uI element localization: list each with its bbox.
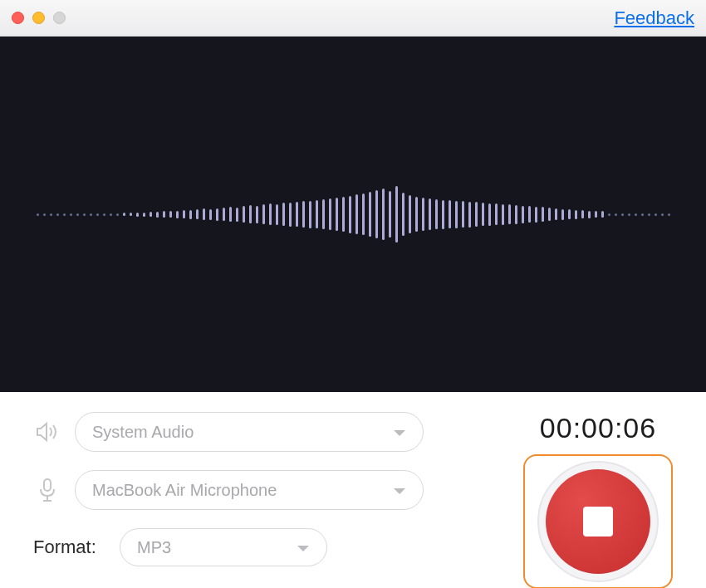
waveform-bar [349, 196, 351, 233]
waveform-bar [522, 206, 524, 223]
waveform-bar [37, 213, 39, 216]
mic-source-row: MacBook Air Microphone [33, 470, 498, 510]
waveform-bar [63, 213, 66, 216]
chevron-down-icon [297, 538, 310, 557]
waveform-bar [455, 201, 458, 228]
waveform-bar [116, 213, 119, 216]
waveform-bar [595, 211, 597, 218]
waveform-bar [309, 201, 311, 228]
waveform-bar [96, 213, 99, 216]
mic-source-value: MacBook Air Microphone [92, 481, 277, 500]
waveform-bar [528, 206, 531, 223]
waveform-bar [70, 213, 72, 216]
waveform-bar [256, 206, 258, 223]
record-button-frame [523, 454, 673, 588]
waveform-bar [409, 195, 411, 233]
waveform-bar [555, 208, 557, 220]
stop-recording-button[interactable] [546, 469, 650, 574]
waveform-bar [302, 201, 305, 228]
waveform-bar [535, 207, 537, 223]
waveform-bar [661, 213, 664, 216]
waveform-bar [296, 202, 298, 227]
waveform-bar [90, 213, 92, 216]
waveform-bar [548, 208, 551, 221]
waveform-bar [542, 207, 544, 222]
waveform-bar [628, 213, 630, 216]
waveform-bar [243, 206, 245, 223]
waveform-bar [488, 203, 491, 226]
recording-timer: 00:00:06 [540, 412, 656, 444]
format-dropdown[interactable]: MP3 [120, 528, 327, 566]
waveform-bar [502, 204, 504, 225]
waveform-bar [103, 213, 105, 216]
waveform-bar [316, 200, 318, 228]
minimize-window-button[interactable] [32, 12, 45, 24]
waveform-bar [322, 199, 325, 229]
waveform-bar [375, 190, 378, 238]
waveform-bar [608, 213, 610, 216]
format-row: Format: MP3 [33, 528, 498, 566]
controls-panel: System Audio MacBook Air Microphone [0, 392, 706, 588]
waveform-bar [621, 213, 624, 216]
waveform-bar [615, 213, 617, 216]
waveform-bar [262, 204, 265, 224]
waveform-bar [329, 198, 331, 230]
waveform-bar [156, 212, 159, 218]
waveform-bar [150, 212, 152, 217]
waveform-bar [655, 213, 657, 216]
waveform-bar [83, 213, 86, 216]
waveform-bar [50, 213, 52, 216]
waveform-bar [236, 208, 238, 222]
stop-icon [583, 507, 613, 537]
waveform-bar [189, 210, 192, 219]
waveform-bar [176, 211, 179, 218]
waveform-bar [342, 197, 345, 232]
waveform-bar [449, 200, 451, 228]
waveform-bar [641, 213, 644, 216]
waveform-bar [429, 198, 431, 230]
waveform-bar [575, 210, 577, 219]
waveform-bar [229, 207, 232, 222]
waveform-bar [561, 209, 564, 220]
waveform-bar [249, 205, 252, 223]
waveform-bar [163, 211, 165, 218]
waveform-bar [515, 205, 517, 224]
waveform-bar [282, 203, 285, 226]
waveform-display [0, 37, 706, 392]
recording-controls: 00:00:06 [523, 412, 673, 588]
waveform-bar [635, 213, 637, 216]
waveform-bar [196, 209, 199, 219]
window-controls [12, 12, 66, 24]
waveform-bar [422, 198, 424, 231]
waveform-bar [130, 213, 132, 216]
waveform-bar [110, 213, 112, 216]
waveform-bar [76, 213, 79, 216]
waveform-bar [389, 191, 391, 238]
close-window-button[interactable] [12, 12, 24, 24]
waveform-bar [588, 211, 591, 218]
mic-source-dropdown[interactable]: MacBook Air Microphone [75, 470, 424, 510]
waveform-bar [475, 202, 478, 227]
waveform-bar [276, 204, 278, 225]
waveform-bar [56, 213, 59, 216]
titlebar: Feedback [0, 0, 706, 37]
waveform-bar [289, 203, 292, 227]
waveform-bar [43, 213, 46, 216]
waveform-bar [468, 202, 471, 228]
microphone-icon [33, 478, 61, 502]
waveform-bar [203, 208, 205, 220]
feedback-link[interactable]: Feedback [614, 7, 694, 29]
waveform-bar [395, 186, 398, 243]
waveform-bar [216, 208, 218, 221]
chevron-down-icon [393, 423, 406, 442]
waveform-bar [568, 209, 571, 219]
waveform-bar [143, 213, 145, 217]
audio-source-dropdown[interactable]: System Audio [75, 412, 424, 452]
waveform-bar [183, 210, 185, 218]
format-value: MP3 [137, 538, 171, 557]
waveform-bar [136, 213, 139, 217]
waveform-bar [442, 200, 444, 229]
record-button-outer [537, 461, 659, 582]
waveform-bar [123, 213, 125, 216]
speaker-icon [33, 421, 61, 443]
